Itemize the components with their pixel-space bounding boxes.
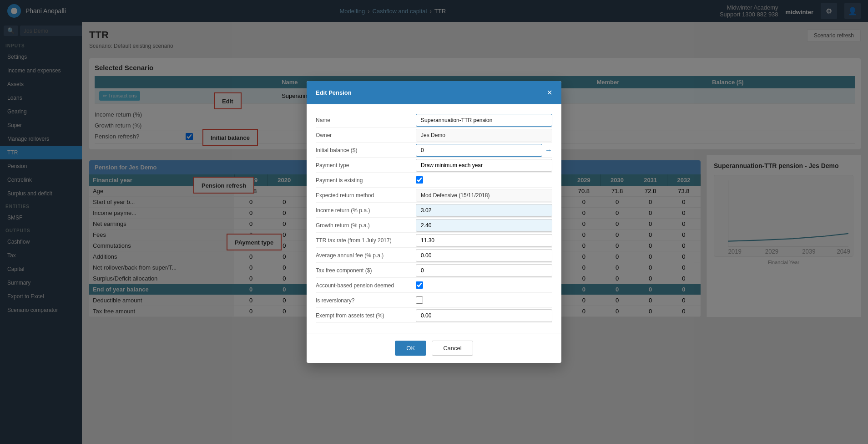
annual-fee-input[interactable] <box>416 249 552 262</box>
tax-free-component-input[interactable] <box>416 264 552 277</box>
field-payment-type: Payment type Draw minimum each year Fixe… <box>316 158 552 173</box>
field-name: Name <box>316 113 552 128</box>
ttr-tax-input[interactable] <box>416 234 552 247</box>
edit-pension-modal: Edit Pension × Name Owner Jes Demo Initi… <box>307 81 561 363</box>
field-tax-free-component: Tax free component ($) <box>316 264 552 278</box>
account-based-checkbox[interactable] <box>416 281 423 289</box>
exempt-assets-input[interactable] <box>416 309 552 322</box>
field-owner: Owner Jes Demo <box>316 128 552 143</box>
ok-button[interactable]: OK <box>395 341 426 356</box>
payment-type-select[interactable]: Draw minimum each year Fixed amount Fixe… <box>416 159 552 172</box>
name-input[interactable] <box>416 114 552 127</box>
modal-body: Name Owner Jes Demo Initial balance ($) … <box>307 104 561 333</box>
field-income-return: Income return (% p.a.) <box>316 204 552 218</box>
field-reversionary: Is reversionary? <box>316 294 552 308</box>
modal-overlay[interactable]: Edit Pension × Name Owner Jes Demo Initi… <box>0 0 868 444</box>
field-annual-fee: Average annual fee (% p.a.) <box>316 249 552 263</box>
return-method-value: Mod Defensive (15/11/2018) <box>416 189 552 202</box>
growth-return-input[interactable] <box>416 219 552 232</box>
modal-title: Edit Pension <box>316 89 352 96</box>
owner-value: Jes Demo <box>416 129 552 142</box>
field-initial-balance: Initial balance ($) → <box>316 143 552 158</box>
field-return-method: Expected return method Mod Defensive (15… <box>316 189 552 203</box>
cancel-button[interactable]: Cancel <box>432 341 473 356</box>
field-payment-existing: Payment is existing <box>316 174 552 188</box>
modal-footer: OK Cancel <box>307 333 561 363</box>
field-exempt-assets: Exempt from assets test (%) <box>316 309 552 323</box>
income-return-input[interactable] <box>416 204 552 217</box>
field-ttr-tax: TTR tax rate (from 1 July 2017) <box>316 234 552 248</box>
initial-balance-input[interactable] <box>416 144 542 157</box>
field-growth-return: Growth return (% p.a.) <box>316 219 552 233</box>
payment-existing-checkbox[interactable] <box>416 176 423 184</box>
arrow-icon: → <box>545 146 552 154</box>
modal-header: Edit Pension × <box>307 81 561 104</box>
reversionary-checkbox[interactable] <box>416 296 423 304</box>
field-account-based: Account-based pension deemed <box>316 279 552 293</box>
modal-close-button[interactable]: × <box>547 87 552 98</box>
